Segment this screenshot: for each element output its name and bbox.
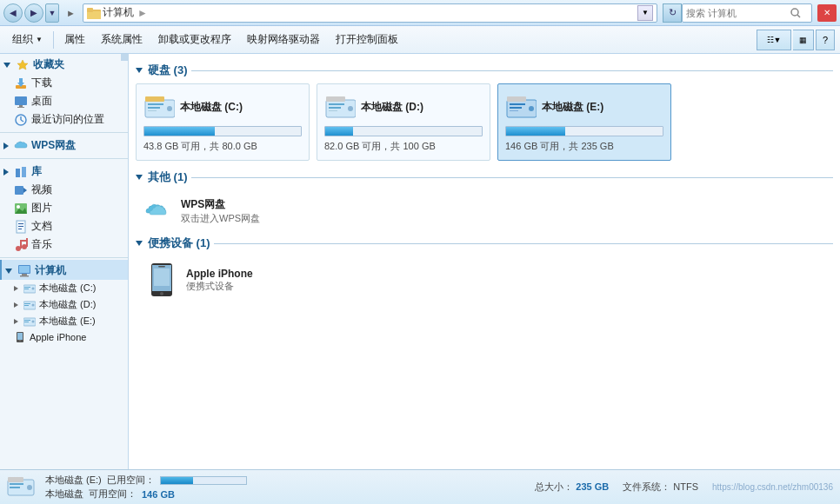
- status-bar: 本地磁盘 (E:) 已用空间： 本地磁盘 可用空间： 146 GB 总大小： 2…: [0, 469, 840, 504]
- status-row-sub: 本地磁盘 可用空间： 146 GB: [45, 487, 247, 501]
- doc-label: 文档: [31, 219, 52, 234]
- drive-card-d[interactable]: 本地磁盘 (D:) 82.0 GB 可用，共 100 GB: [317, 83, 490, 161]
- sidebar-item-image[interactable]: 图片: [0, 199, 128, 217]
- sidebar-item-desktop[interactable]: 桌面: [0, 92, 128, 110]
- svg-point-49: [19, 340, 21, 342]
- wps-card[interactable]: WPS网盘 双击进入WPS网盘: [136, 190, 833, 232]
- close-button[interactable]: ✕: [817, 4, 837, 22]
- svg-rect-67: [510, 110, 518, 111]
- iphone-sidebar-label: Apple iPhone: [30, 332, 86, 342]
- sidebar-divider-1: [0, 132, 128, 133]
- hard-disk-section-header: 硬盘 (3): [136, 63, 833, 78]
- hard-disk-section-title: 硬盘 (3): [148, 63, 188, 78]
- svg-rect-33: [20, 275, 29, 277]
- organize-button[interactable]: 组织 ▼: [5, 29, 50, 51]
- drive-c-free: 43.8 GB: [143, 141, 178, 151]
- svg-point-36: [32, 287, 35, 289]
- svg-rect-29: [26, 238, 28, 247]
- svg-rect-34: [19, 266, 30, 273]
- svg-rect-9: [15, 96, 27, 105]
- help-button[interactable]: ?: [816, 30, 835, 50]
- svg-point-44: [32, 320, 35, 322]
- address-dropdown[interactable]: ▼: [637, 5, 653, 21]
- wps-sub: 双击进入WPS网盘: [181, 212, 260, 225]
- star-icon: [16, 58, 30, 72]
- svg-rect-63: [507, 96, 526, 102]
- search-input[interactable]: [686, 8, 790, 18]
- other-section-title: 其他 (1): [148, 169, 188, 185]
- folder-icon: [87, 7, 101, 19]
- view-toggle-button[interactable]: ☷▼: [757, 30, 791, 50]
- sidebar-item-video[interactable]: 视频: [0, 181, 128, 199]
- sidebar-item-music[interactable]: 音乐: [0, 235, 128, 254]
- drive-card-e-header: 本地磁盘 (E:): [505, 91, 663, 123]
- drive-c-progress-fill: [144, 127, 215, 136]
- drive-card-e[interactable]: 本地磁盘 (E:) 146 GB 可用，共 235 GB: [497, 83, 671, 161]
- system-properties-button[interactable]: 系统属性: [94, 29, 150, 51]
- dropdown-nav-button[interactable]: ▼: [45, 3, 59, 23]
- back-button[interactable]: ◀: [3, 3, 23, 23]
- svg-rect-51: [145, 96, 164, 102]
- sidebar-item-disk-e[interactable]: 本地磁盘 (E:): [0, 313, 128, 329]
- view-columns-button[interactable]: ▦: [793, 30, 814, 50]
- svg-rect-24: [18, 226, 23, 227]
- open-control-panel-button[interactable]: 打开控制面板: [329, 29, 405, 51]
- computer-header[interactable]: 计算机: [0, 260, 128, 280]
- favorites-header[interactable]: 收藏夹: [0, 54, 128, 74]
- address-arrow: ►: [137, 7, 148, 19]
- watermark-text: https://blog.csdn.net/zhm00136: [712, 482, 833, 492]
- sidebar-item-recent[interactable]: 最近访问的位置: [0, 110, 128, 129]
- other-section-header: 其他 (1): [136, 169, 833, 185]
- main-layout: 收藏夹 下载 桌面 最近访问的位置 WPS网盘: [0, 54, 840, 469]
- svg-rect-1: [87, 11, 101, 19]
- svg-rect-48: [17, 333, 23, 340]
- address-bar[interactable]: 计算机 ► ▼: [83, 3, 657, 23]
- image-label: 图片: [31, 201, 52, 216]
- scroll-indicator: [121, 54, 128, 61]
- svg-point-58: [348, 106, 353, 111]
- uninstall-button[interactable]: 卸载或更改程序: [151, 29, 238, 51]
- address-path: 计算机 ►: [87, 5, 634, 20]
- portable-section-title: 便携设备 (1): [148, 235, 210, 251]
- library-icon: [14, 165, 28, 179]
- svg-point-52: [167, 106, 172, 111]
- map-drive-button[interactable]: 映射网络驱动器: [240, 29, 327, 51]
- drive-c-info: 43.8 GB 可用，共 80.0 GB: [143, 140, 302, 153]
- svg-point-64: [529, 106, 534, 111]
- wps-card-info: WPS网盘 双击进入WPS网盘: [181, 197, 260, 225]
- sidebar-item-download[interactable]: 下载: [0, 74, 128, 92]
- svg-rect-61: [329, 110, 337, 111]
- window-controls: ✕: [817, 4, 837, 22]
- library-header[interactable]: 库: [0, 161, 128, 181]
- desktop-icon: [14, 95, 28, 109]
- status-total-val: 235 GB: [576, 481, 609, 492]
- computer-expand-icon: [5, 269, 12, 274]
- drive-d-free: 82.0 GB: [324, 141, 359, 151]
- svg-rect-32: [22, 274, 27, 275]
- svg-marker-5: [17, 60, 28, 70]
- sidebar-item-disk-d[interactable]: 本地磁盘 (D:): [0, 296, 128, 313]
- forward-button[interactable]: ▶: [24, 3, 43, 23]
- sidebar-item-disk-c[interactable]: 本地磁盘 (C:): [0, 280, 128, 296]
- svg-rect-57: [326, 96, 345, 102]
- sidebar-item-doc[interactable]: 文档: [0, 217, 128, 235]
- search-bar[interactable]: [682, 3, 812, 23]
- iphone-name: Apple iPhone: [186, 268, 253, 280]
- music-label: 音乐: [31, 237, 52, 252]
- iphone-card[interactable]: Apple iPhone 便携式设备: [136, 256, 833, 303]
- drive-e-icon: [505, 91, 537, 123]
- status-total-label: 总大小：: [535, 481, 573, 492]
- favorites-expand-icon: [3, 63, 10, 68]
- wps-expand-icon: [3, 143, 9, 149]
- sidebar-item-iphone[interactable]: Apple iPhone: [0, 329, 128, 345]
- svg-point-75: [27, 485, 32, 490]
- sidebar-section-wps: WPS网盘: [0, 135, 128, 155]
- wps-header[interactable]: WPS网盘: [0, 135, 128, 155]
- disk-d-label: 本地磁盘 (D:): [39, 298, 96, 311]
- status-info: 本地磁盘 (E:) 已用空间： 本地磁盘 可用空间： 146 GB: [45, 474, 247, 501]
- properties-button[interactable]: 属性: [57, 29, 92, 51]
- sidebar-section-computer: 计算机 本地磁盘 (C:) 本地磁盘 (D:) 本地磁盘 (E:) Apple …: [0, 260, 128, 345]
- drive-card-c[interactable]: 本地磁盘 (C:) 43.8 GB 可用，共 80.0 GB: [136, 83, 310, 161]
- sidebar: 收藏夹 下载 桌面 最近访问的位置 WPS网盘: [0, 54, 129, 469]
- refresh-button[interactable]: ↻: [663, 3, 682, 23]
